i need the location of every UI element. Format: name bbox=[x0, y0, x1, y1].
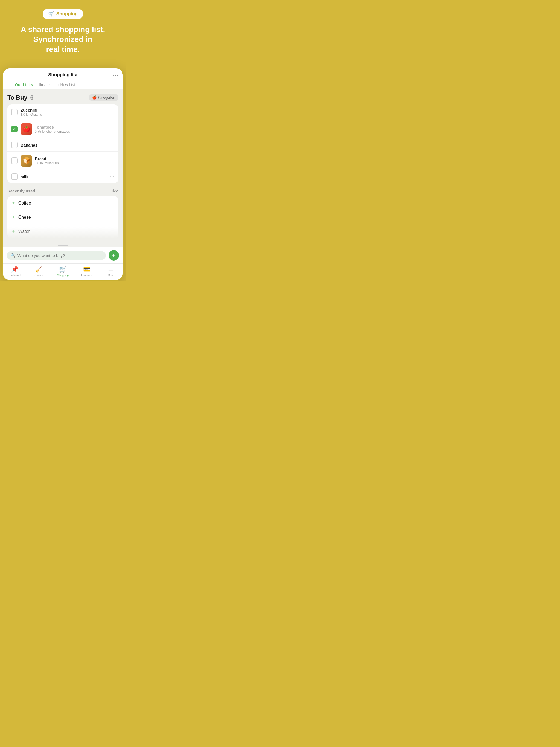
to-buy-title-group: To Buy 6 bbox=[7, 94, 34, 101]
recently-used-card: + Coffee + Chese + Water bbox=[7, 196, 119, 238]
pinboard-icon: 📌 bbox=[11, 266, 19, 273]
zucchini-checkbox[interactable] bbox=[11, 109, 18, 115]
milk-checkbox[interactable] bbox=[11, 173, 18, 180]
tomatoes-sub: 0.75 lb, cherry tomatoes bbox=[35, 130, 107, 133]
zucchini-text: Zucchini 1.0 lb, Organic bbox=[21, 108, 107, 117]
more-options-button[interactable]: ··· bbox=[113, 72, 119, 78]
nav-item-shopping[interactable]: 🛒 Shopping bbox=[51, 266, 75, 277]
tab-ikea-label: Ikea bbox=[39, 83, 46, 87]
to-buy-title: To Buy bbox=[7, 94, 27, 101]
add-coffee-icon: + bbox=[12, 200, 15, 206]
recently-cheese-name: Chese bbox=[18, 215, 31, 220]
bread-sub: 1.0 lb, multigrain bbox=[35, 161, 107, 165]
recently-coffee-name: Coffee bbox=[18, 201, 31, 206]
search-bar-container: 🔍 + bbox=[3, 247, 123, 263]
recently-used-header: Recently used Hide bbox=[7, 189, 119, 193]
tab-new-list-label: + New List bbox=[57, 83, 75, 87]
device-frame: Shopping list ··· Our List6 Ikea 3 + New… bbox=[2, 68, 124, 281]
add-water-icon: + bbox=[12, 228, 15, 235]
hero-section: 🛒 Shopping A shared shopping list.Synchr… bbox=[0, 0, 126, 68]
nav-label-chores: Chores bbox=[34, 274, 43, 277]
add-item-button[interactable]: + bbox=[108, 250, 119, 261]
shopping-list-card: Zucchini 1.0 lb, Organic ··· 🍅 Tomatoes … bbox=[7, 104, 119, 183]
app-title: Shopping list bbox=[7, 72, 119, 78]
list-item: 🍞 Bread 1.0 lb, multigrain ··· bbox=[7, 152, 119, 170]
nav-item-finances[interactable]: 💳 Finances bbox=[75, 266, 99, 277]
finances-icon: 💳 bbox=[83, 266, 91, 273]
list-item: Bananas ··· bbox=[7, 138, 119, 152]
tab-new-list[interactable]: + New List bbox=[54, 80, 78, 89]
recently-used-title: Recently used bbox=[7, 189, 35, 193]
nav-label-pinboard: Pinboard bbox=[9, 274, 21, 277]
more-nav-icon: ☰ bbox=[108, 266, 113, 273]
nav-label-shopping: Shopping bbox=[57, 274, 69, 277]
recently-item-water[interactable]: + Water bbox=[7, 225, 119, 238]
tab-our-list-count: 6 bbox=[31, 83, 33, 87]
list-item: 🍅 Tomatoes 0.75 lb, cherry tomatoes ··· bbox=[7, 120, 119, 138]
bananas-text: Bananas bbox=[21, 143, 107, 147]
list-item: Zucchini 1.0 lb, Organic ··· bbox=[7, 104, 119, 120]
nav-item-more[interactable]: ☰ More bbox=[99, 266, 123, 277]
milk-options-button[interactable]: ··· bbox=[110, 174, 114, 179]
app-badge: 🛒 Shopping bbox=[43, 9, 83, 19]
milk-name: Milk bbox=[21, 175, 107, 179]
zucchini-sub: 1.0 lb, Organic bbox=[21, 113, 107, 117]
hide-button[interactable]: Hide bbox=[110, 189, 119, 193]
bread-image: 🍞 bbox=[21, 155, 32, 166]
bananas-name: Bananas bbox=[21, 143, 107, 147]
app-header: Shopping list ··· Our List6 Ikea 3 + New… bbox=[3, 68, 123, 89]
tab-ikea-count: 3 bbox=[49, 83, 51, 87]
scroll-pill bbox=[58, 245, 68, 246]
tomato-image: 🍅 bbox=[21, 123, 32, 135]
scroll-indicator bbox=[3, 243, 123, 247]
zucchini-name: Zucchini bbox=[21, 108, 107, 112]
kategorien-icon: 🍎 bbox=[92, 96, 97, 100]
to-buy-count: 6 bbox=[30, 94, 33, 101]
recently-item-coffee[interactable]: + Coffee bbox=[7, 196, 119, 210]
zucchini-options-button[interactable]: ··· bbox=[110, 110, 114, 114]
add-cheese-icon: + bbox=[12, 214, 15, 221]
bread-text: Bread 1.0 lb, multigrain bbox=[35, 156, 107, 165]
tab-our-list[interactable]: Our List6 bbox=[12, 80, 36, 89]
recently-used-section: + Coffee + Chese + Water bbox=[7, 196, 119, 238]
list-item: Milk ··· bbox=[7, 170, 119, 183]
bottom-nav: 📌 Pinboard 🧹 Chores 🛒 Shopping 💳 Finance… bbox=[3, 263, 123, 280]
plus-icon: + bbox=[112, 252, 116, 258]
tomatoes-checkbox[interactable] bbox=[11, 126, 18, 132]
bread-name: Bread bbox=[35, 156, 107, 161]
tomatoes-name: Tomatoes bbox=[35, 125, 107, 129]
tab-our-list-label: Our List bbox=[15, 83, 30, 87]
app-badge-label: Shopping bbox=[56, 11, 78, 17]
hero-title: A shared shopping list.Synchronized inre… bbox=[21, 25, 105, 54]
search-input[interactable] bbox=[18, 253, 102, 258]
bananas-checkbox[interactable] bbox=[11, 141, 18, 148]
search-input-wrap: 🔍 bbox=[7, 251, 106, 260]
shopping-cart-icon: 🛒 bbox=[48, 11, 54, 17]
nav-item-chores[interactable]: 🧹 Chores bbox=[27, 266, 51, 277]
bread-checkbox[interactable] bbox=[11, 157, 18, 164]
nav-item-pinboard[interactable]: 📌 Pinboard bbox=[3, 266, 27, 277]
recently-water-name: Water bbox=[18, 229, 30, 234]
recently-item-cheese[interactable]: + Chese bbox=[7, 210, 119, 225]
nav-label-more: More bbox=[108, 274, 114, 277]
search-icon: 🔍 bbox=[11, 253, 15, 258]
kategorien-label: Kategorien bbox=[98, 96, 115, 100]
main-content: To Buy 6 🍎 Kategorien Zucchini 1.0 lb, O… bbox=[3, 89, 123, 243]
chores-icon: 🧹 bbox=[35, 266, 43, 273]
shopping-cart-nav-icon: 🛒 bbox=[59, 266, 67, 273]
tomatoes-options-button[interactable]: ··· bbox=[110, 127, 114, 131]
to-buy-section-header: To Buy 6 🍎 Kategorien bbox=[7, 94, 119, 101]
bananas-options-button[interactable]: ··· bbox=[110, 143, 114, 147]
bread-options-button[interactable]: ··· bbox=[110, 158, 114, 163]
tab-ikea[interactable]: Ikea 3 bbox=[36, 80, 54, 89]
tab-bar: Our List6 Ikea 3 + New List bbox=[7, 80, 119, 89]
tomatoes-text: Tomatoes 0.75 lb, cherry tomatoes bbox=[35, 125, 107, 133]
kategorien-button[interactable]: 🍎 Kategorien bbox=[89, 94, 119, 101]
nav-label-finances: Finances bbox=[81, 274, 93, 277]
milk-text: Milk bbox=[21, 175, 107, 179]
